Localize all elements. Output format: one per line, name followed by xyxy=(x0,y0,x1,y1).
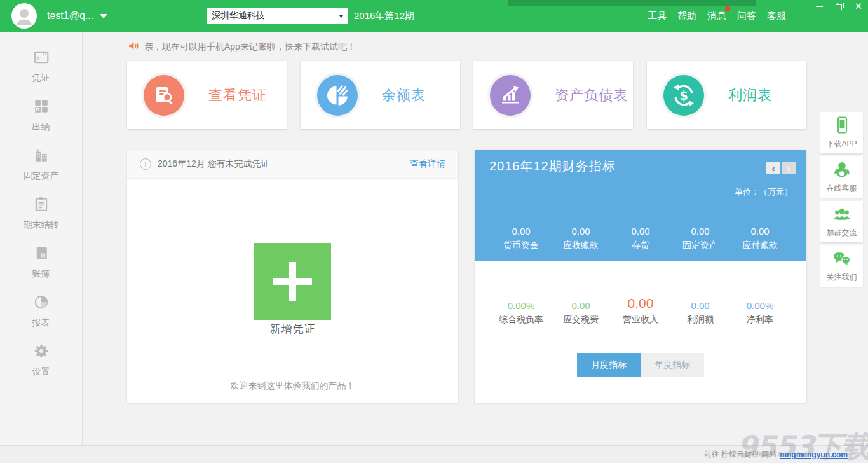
indicator-tabs: 月度指标 年度指标 xyxy=(475,353,806,377)
notification-badge xyxy=(725,6,730,11)
card-label: 余额表 xyxy=(382,86,426,105)
app-promo-notice: 亲，现在可以用手机App来记账啦，快来下载试试吧！ xyxy=(128,40,356,53)
reports-icon xyxy=(33,294,50,313)
balance-table-card[interactable]: 余额表 xyxy=(301,61,460,129)
restore-icon[interactable] xyxy=(834,2,844,11)
select-caret-icon xyxy=(339,15,344,18)
svg-text:$ …: $ … xyxy=(36,56,46,62)
window-controls: ✕ xyxy=(815,2,863,11)
stat-accounts-payable: 0.00应付账款 xyxy=(730,226,790,251)
card-label: 利润表 xyxy=(728,86,772,105)
period-end-icon xyxy=(33,196,50,215)
menu-messages-label: 消息 xyxy=(707,10,726,21)
site-link[interactable]: ningmengyun.com xyxy=(780,450,848,459)
period-pager: ‹ › xyxy=(766,162,796,174)
group-chat-icon people-icon xyxy=(832,205,851,226)
next-period-button chevron-right-icon[interactable]: › xyxy=(782,162,796,174)
white-stats-row: 0.00%综合税负率 0.00应交税费 0.00营业收入 0.00利润额 0.0… xyxy=(475,294,806,326)
menu-qa[interactable]: 问答 xyxy=(736,8,757,25)
widget-label: 加群交流 xyxy=(827,228,857,238)
profit-table-icon: $ xyxy=(663,75,704,116)
company-select-value: 深圳华通科技 xyxy=(212,10,265,22)
stat-accounts-receivable: 0.00应收账款 xyxy=(551,226,611,251)
widget-label: 关注我们 xyxy=(827,272,857,283)
add-voucher-button[interactable] xyxy=(254,243,331,320)
add-voucher-label: 新增凭证 xyxy=(127,322,458,336)
widget-label: 在线客服 xyxy=(827,183,857,194)
follow-us-widget[interactable]: 关注我们 xyxy=(820,245,863,287)
menu-tools[interactable]: 工具 xyxy=(647,8,667,25)
balance-sheet-icon xyxy=(490,75,531,116)
sidebar-item-period-end[interactable]: 期末结转 xyxy=(0,189,82,238)
user-icon xyxy=(11,20,37,29)
sidebar-item-label: 账簿 xyxy=(32,268,50,280)
sidebar-item-fixed-assets[interactable]: 固定资产 xyxy=(0,140,82,189)
chevron-down-icon xyxy=(100,14,107,18)
sidebar: $ … 凭证 ¥ 出纳 固定资产 期末结转 $ 账簿 报表 设置 xyxy=(0,32,83,445)
prev-period-button chevron-left-icon[interactable]: ‹ xyxy=(766,162,780,174)
balance-table-icon xyxy=(317,75,358,116)
online-service-widget[interactable]: 在线客服 xyxy=(820,156,863,198)
footer-bar: 前往 柠檬云财税 网站 ningmengyun.com xyxy=(0,445,868,463)
close-icon[interactable]: ✕ xyxy=(854,2,863,11)
top-menu: 工具 帮助 消息 问答 客服 xyxy=(647,0,787,32)
card-label: 资产负债表 xyxy=(555,86,628,105)
ledger-icon: $ xyxy=(33,245,50,264)
indicator-blue-section: 2016年12期财务指标 ‹ › 单位：（万元） 0.00货币资金 0.00应收… xyxy=(475,150,806,261)
sidebar-item-label: 设置 xyxy=(32,366,50,378)
sidebar-item-label: 固定资产 xyxy=(24,170,59,182)
sidebar-item-label: 期末结转 xyxy=(24,219,59,231)
balance-sheet-card[interactable]: 资产负债表 xyxy=(473,61,633,129)
stat-operating-revenue: 0.00营业收入 xyxy=(611,294,670,326)
account-menu[interactable]: test1@q... xyxy=(47,0,107,32)
settings-icon gear-icon xyxy=(33,343,50,362)
app-window: test1@q... 深圳华通科技 2016年第12期 工具 帮助 消息 问答 … xyxy=(0,0,868,463)
profit-table-card[interactable]: $ 利润表 xyxy=(647,61,806,129)
sidebar-item-settings[interactable]: 设置 xyxy=(0,336,82,385)
period-label: 2016年第12期 xyxy=(354,0,414,32)
voucher-notice-text: 2016年12月 您有未完成凭证 xyxy=(158,158,270,170)
qq-service-icon xyxy=(832,160,851,182)
stat-net-profit-rate: 0.00%净利率 xyxy=(730,294,790,326)
menu-help[interactable]: 帮助 xyxy=(677,8,697,25)
stat-fixed-assets: 0.00固定资产 xyxy=(670,226,730,251)
view-details-link[interactable]: 查看详情 xyxy=(410,158,445,170)
minimize-icon[interactable] xyxy=(815,2,825,11)
stat-monetary-funds: 0.00货币资金 xyxy=(491,226,551,251)
download-app-icon phone-icon xyxy=(832,116,851,137)
stat-inventory: 0.00存货 xyxy=(611,226,670,251)
account-label: test1@q... xyxy=(47,10,93,22)
sidebar-item-label: 出纳 xyxy=(32,121,50,133)
avatar[interactable] xyxy=(11,3,37,29)
blue-stats-row: 0.00货币资金 0.00应收账款 0.00存货 0.00固定资产 0.00应付… xyxy=(475,226,806,251)
menu-support[interactable]: 客服 xyxy=(766,8,787,25)
view-voucher-icon xyxy=(144,75,184,116)
card-label: 查看凭证 xyxy=(208,86,267,105)
financial-indicator-panel: 2016年12期财务指标 ‹ › 单位：（万元） 0.00货币资金 0.00应收… xyxy=(475,150,806,403)
unit-label: 单位：（万元） xyxy=(735,186,792,198)
stat-tax-burden-rate: 0.00%综合税负率 xyxy=(491,294,551,326)
sidebar-item-label: 凭证 xyxy=(32,73,50,84)
voucher-panel-header: ! 2016年12月 您有未完成凭证 查看详情 xyxy=(127,150,458,179)
side-widget-strip: 下载APP 在线客服 加群交流 关注我们 xyxy=(820,112,863,290)
menu-messages[interactable]: 消息 xyxy=(707,8,727,25)
group-chat-widget[interactable]: 加群交流 xyxy=(820,201,863,242)
info-icon: ! xyxy=(140,158,151,170)
welcome-text: 欢迎来到这里体验我们的产品！ xyxy=(127,380,458,392)
view-voucher-card[interactable]: 查看凭证 xyxy=(127,61,287,129)
cashier-icon: ¥ xyxy=(33,98,50,117)
sidebar-item-ledger[interactable]: $ 账簿 xyxy=(0,238,82,287)
svg-text:$: $ xyxy=(41,254,43,258)
voucher-icon: $ … xyxy=(33,49,50,68)
sidebar-item-voucher[interactable]: $ … 凭证 xyxy=(0,42,82,91)
download-app-widget[interactable]: 下载APP xyxy=(820,112,863,153)
tab-monthly-indicators[interactable]: 月度指标 xyxy=(577,353,641,377)
sidebar-item-cashier[interactable]: ¥ 出纳 xyxy=(0,91,82,140)
sidebar-item-reports[interactable]: 报表 xyxy=(0,287,82,336)
tab-annual-indicators[interactable]: 年度指标 xyxy=(641,353,704,377)
wechat-follow-icon chat-bubbles-icon xyxy=(832,249,851,271)
widget-label: 下载APP xyxy=(826,139,857,149)
footer-text: 前往 柠檬云财税 网站 xyxy=(704,449,777,460)
company-select[interactable]: 深圳华通科技 xyxy=(207,8,348,24)
svg-text:$: $ xyxy=(679,88,688,102)
